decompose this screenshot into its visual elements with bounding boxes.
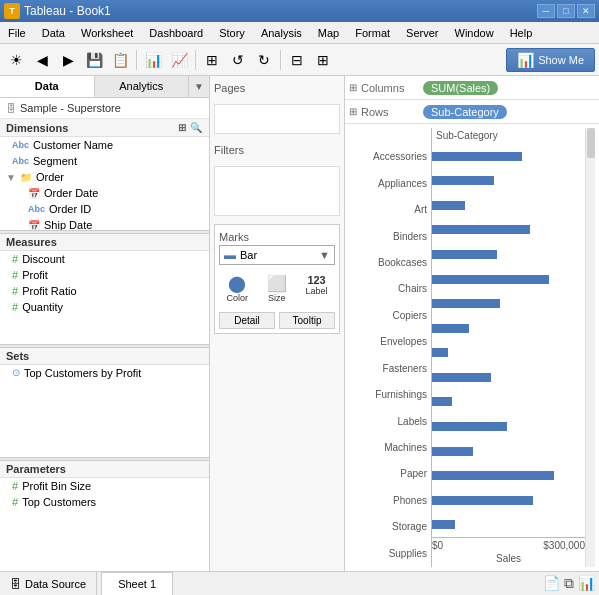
bar-label-labels: Labels [349,416,431,428]
menu-story[interactable]: Story [211,22,253,43]
dim-customer-name[interactable]: Abc Customer Name [0,137,209,153]
toolbar-table-button[interactable]: ⊞ [200,48,224,72]
bar-bookcases[interactable] [432,250,497,259]
measure-label: Profit Ratio [22,285,76,297]
measure-profit-ratio[interactable]: # Profit Ratio [0,283,209,299]
abc-icon: Abc [28,204,45,214]
toolbar-separator-1 [136,50,137,70]
dim-order-id[interactable]: Abc Order ID [0,201,209,217]
bar-label-bookcases: Bookcases [349,257,431,269]
tab-data[interactable]: Data [0,76,95,97]
menu-data[interactable]: Data [34,22,73,43]
filters-drop-area[interactable] [214,166,340,216]
bar-binders[interactable] [432,225,530,234]
menu-map[interactable]: Map [310,22,347,43]
menu-help[interactable]: Help [502,22,541,43]
dim-ship-date[interactable]: 📅 Ship Date [0,217,209,230]
bar-storage[interactable] [432,496,533,505]
measure-profit[interactable]: # Profit [0,267,209,283]
measure-quantity[interactable]: # Quantity [0,299,209,315]
tab-analytics[interactable]: Analytics [95,76,190,97]
toolbar-group-button[interactable]: ⊞ [311,48,335,72]
scrollbar-thumb[interactable] [587,128,595,158]
dim-label: Order ID [49,203,91,215]
bar-label-phones: Phones [349,495,431,507]
close-button[interactable]: ✕ [577,4,595,18]
tab-sheet1[interactable]: Sheet 1 [101,572,173,595]
marks-color-button[interactable]: ⬤ Color [223,271,251,306]
bar-art[interactable] [432,201,465,210]
toolbar-copy-button[interactable]: 📋 [108,48,132,72]
dimensions-grid-icon[interactable]: ⊞ [177,121,187,134]
toolbar-forward-button[interactable]: ▶ [56,48,80,72]
dim-order-folder[interactable]: ▼ 📁 Order [0,169,209,185]
window-controls[interactable]: ─ □ ✕ [537,4,595,18]
param-top-customers[interactable]: # Top Customers [0,494,209,510]
bar-machines[interactable] [432,422,507,431]
param-profit-bin[interactable]: # Profit Bin Size [0,478,209,494]
set-top-customers[interactable]: ⊙ Top Customers by Profit [0,365,209,381]
marks-size-button[interactable]: ⬜ Size [264,271,290,306]
measure-discount[interactable]: # Discount [0,251,209,267]
bar-envelopes[interactable] [432,324,469,333]
toolbar-bars-button[interactable]: 📈 [167,48,191,72]
pages-drop-area[interactable] [214,104,340,134]
calendar-icon: 📅 [28,220,40,230]
bar-accessories[interactable] [432,152,522,161]
toolbar-refresh-button[interactable]: ↺ [226,48,250,72]
marks-type-dropdown[interactable]: ▬ Bar ▼ [219,245,335,265]
rows-pill[interactable]: Sub-Category [423,105,507,119]
bar-labels[interactable] [432,397,452,406]
data-source-tab-icon: 🗄 [10,578,21,590]
marks-detail-button[interactable]: Detail [219,312,275,329]
maximize-button[interactable]: □ [557,4,575,18]
toolbar-back-button[interactable]: ◀ [30,48,54,72]
dimensions-section-icons: ⊞ 🔍 [177,121,203,134]
tab-data-source[interactable]: 🗄 Data Source [0,572,97,595]
menu-server[interactable]: Server [398,22,446,43]
abc-icon: Abc [12,156,29,166]
toolbar-chart-button[interactable]: 📊 [141,48,165,72]
dim-segment[interactable]: Abc Segment [0,153,209,169]
toolbar-refresh2-button[interactable]: ↻ [252,48,276,72]
panel-tab-arrow[interactable]: ▼ [189,76,209,97]
bar-appliances[interactable] [432,176,494,185]
new-sheet-icon[interactable]: 📄 [543,575,560,592]
size-square-icon: ⬜ [267,274,287,293]
calendar-icon: 📅 [28,188,40,199]
toolbar-new-button[interactable]: ☀ [4,48,28,72]
menu-analysis[interactable]: Analysis [253,22,310,43]
bar-supplies[interactable] [432,520,455,529]
bar-furnishings[interactable] [432,373,491,382]
menu-window[interactable]: Window [447,22,502,43]
menu-worksheet[interactable]: Worksheet [73,22,141,43]
bar-fasteners[interactable] [432,348,448,357]
dimensions-search-icon[interactable]: 🔍 [189,121,203,134]
add-dashboard-icon[interactable]: 📊 [578,575,595,592]
bar-paper[interactable] [432,447,473,456]
toolbar-save-button[interactable]: 💾 [82,48,106,72]
chart-scrollbar[interactable] [585,128,595,567]
minimize-button[interactable]: ─ [537,4,555,18]
toolbar-filter-button[interactable]: ⊟ [285,48,309,72]
bar-chairs[interactable] [432,275,549,284]
show-me-button[interactable]: 📊 Show Me [506,48,595,72]
dim-label: Order Date [44,187,98,199]
bar-label-storage: Storage [349,521,431,533]
menu-dashboard[interactable]: Dashboard [141,22,211,43]
menu-format[interactable]: Format [347,22,398,43]
data-source-item[interactable]: 🗄 Sample - Superstore [0,98,209,119]
x-axis-min: $0 [432,540,443,551]
bar-row-appliances [432,175,595,187]
marks-label-button[interactable]: 123 Label [303,271,331,306]
marks-tooltip-button[interactable]: Tooltip [279,312,335,329]
bar-row-supplies [432,519,595,531]
bar-label-appliances: Appliances [349,178,431,190]
duplicate-sheet-icon[interactable]: ⧉ [564,575,574,592]
menu-file[interactable]: File [0,22,34,43]
bar-copiers[interactable] [432,299,500,308]
dim-order-date[interactable]: 📅 Order Date [0,185,209,201]
bar-label-copiers: Copiers [349,310,431,322]
columns-pill[interactable]: SUM(Sales) [423,81,498,95]
bar-phones[interactable] [432,471,554,480]
